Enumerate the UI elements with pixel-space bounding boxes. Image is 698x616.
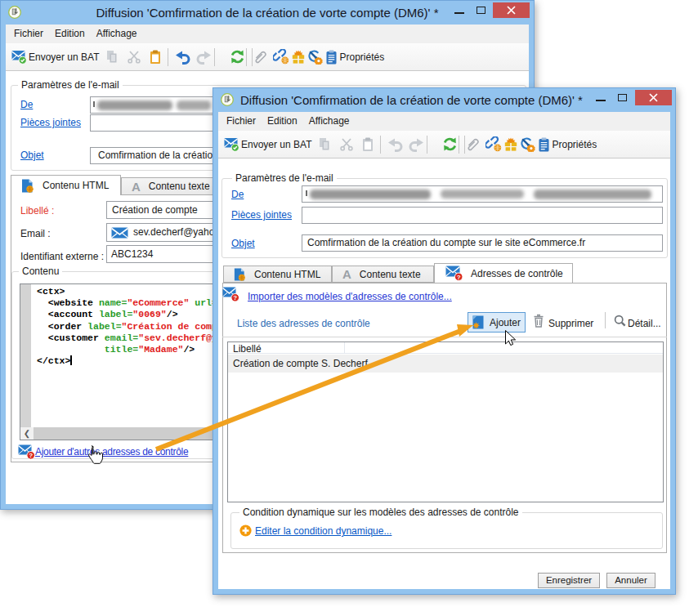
svg-text:?: ? bbox=[457, 274, 461, 281]
svg-text:?: ? bbox=[233, 294, 237, 301]
svg-text:?: ? bbox=[29, 452, 33, 459]
